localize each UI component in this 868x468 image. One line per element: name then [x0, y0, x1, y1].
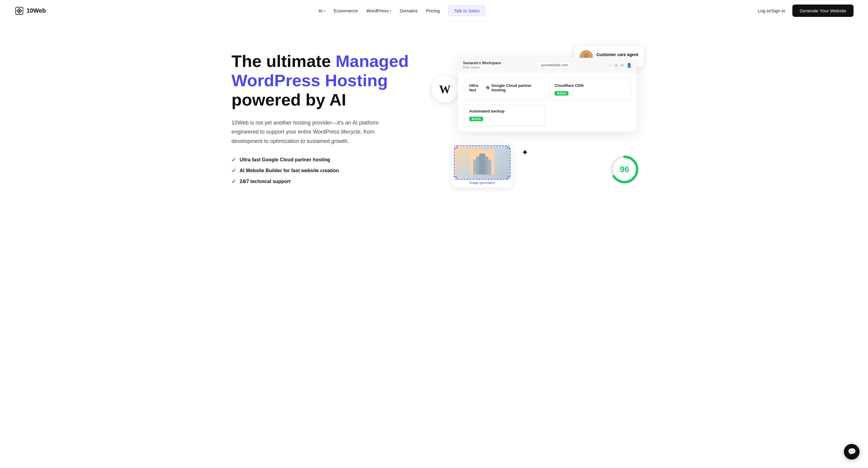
score-circle: 96 [610, 154, 640, 184]
image-gen-placeholder [455, 146, 510, 179]
image-gen-label: Image generation [454, 180, 510, 186]
generate-website-button[interactable]: Generate Your Website [792, 4, 854, 17]
topbar-icons: ☆ ◈ ⚙ 👤 [608, 63, 632, 67]
login-button[interactable]: Log in/Sign in [758, 8, 785, 13]
nav-wordpress[interactable]: WordPress ▾ [366, 8, 391, 13]
chevron-down-icon: ▾ [324, 9, 325, 12]
chevron-down-icon-2: ▾ [390, 9, 391, 12]
site-url: yourwebsite.com [537, 61, 572, 69]
svg-rect-8 [479, 153, 485, 175]
talk-to-sales-button[interactable]: Talk to Sales [448, 5, 485, 16]
hero-left: The ultimate Managed WordPress Hosting p… [231, 52, 434, 185]
dashboard-card: Samanta's Workspace Role: Owner yourwebs… [458, 58, 637, 132]
care-title: Customer care agent [596, 52, 638, 57]
cloudflare-cdn-card: Cloudflare CDN Active [550, 79, 630, 100]
nav-links: AI ▾ Ecommerce WordPress ▾ Domains Prici… [318, 5, 485, 16]
automated-backup-card: Automated backup Active [464, 104, 545, 126]
corner-handle-br [507, 176, 510, 179]
hex-icon: ◈ [615, 63, 618, 67]
check-icon-3: ✓ [231, 178, 236, 185]
check-icon-1: ✓ [231, 156, 236, 163]
hero-title: The ultimate Managed WordPress Hosting p… [231, 52, 434, 110]
corner-handle-tl [454, 146, 457, 149]
nav-ecommerce[interactable]: Ecommerce [334, 8, 358, 13]
automated-backup-active-badge: Active [469, 117, 483, 121]
corner-handle-bl [454, 176, 457, 179]
google-cloud-title: Ultra fast Google Cloud partner hosting [469, 83, 540, 92]
google-logo-icon [486, 86, 490, 90]
settings-icon: ⚙ [620, 63, 624, 67]
hero-right: W Customer care agent Live now [446, 40, 637, 197]
dashboard-body: Ultra fast Google Cloud partner hosting … [458, 73, 637, 132]
dashboard-topbar: Samanta's Workspace Role: Owner yourwebs… [458, 58, 637, 73]
nav-right: Log in/Sign in Generate Your Website [758, 4, 854, 17]
image-gen-card: Image generation [452, 144, 513, 187]
sparkle-icon: ✦ [521, 147, 528, 157]
hero-section: The ultimate Managed WordPress Hosting p… [217, 22, 651, 221]
hero-feature-2: ✓ AI Website Builder for fast website cr… [231, 167, 434, 174]
score-number: 96 [620, 165, 629, 174]
logo-icon [14, 6, 24, 16]
star-icon: ☆ [608, 63, 612, 67]
hero-feature-3: ✓ 24/7 technical support [231, 178, 434, 185]
brand-logo[interactable]: 10Web [14, 6, 46, 16]
nav-ai[interactable]: AI ▾ [318, 8, 325, 13]
image-gen-inner [454, 145, 510, 180]
svg-point-3 [584, 53, 589, 58]
hero-description: 10Web is not yet another hosting provide… [231, 118, 400, 146]
nav-domains[interactable]: Domains [400, 8, 417, 13]
check-icon-2: ✓ [231, 167, 236, 174]
workspace-info: Samanta's Workspace Role: Owner [463, 61, 501, 69]
navbar: 10Web AI ▾ Ecommerce WordPress ▾ Domains… [0, 0, 868, 22]
google-cloud-card: Ultra fast Google Cloud partner hosting [464, 79, 545, 100]
nav-pricing[interactable]: Pricing [426, 8, 440, 13]
cloudflare-cdn-title: Cloudflare CDN [555, 83, 625, 88]
svg-point-1 [19, 10, 20, 12]
wordpress-logo-circle: W [432, 76, 458, 103]
cloudflare-active-badge: Active [555, 91, 568, 96]
hero-feature-1: ✓ Ultra fast Google Cloud partner hostin… [231, 156, 434, 163]
user-icon: 👤 [627, 63, 632, 67]
corner-handle-tr [507, 146, 510, 149]
automated-backup-title: Automated backup [469, 109, 540, 113]
hero-features-list: ✓ Ultra fast Google Cloud partner hostin… [231, 156, 434, 185]
